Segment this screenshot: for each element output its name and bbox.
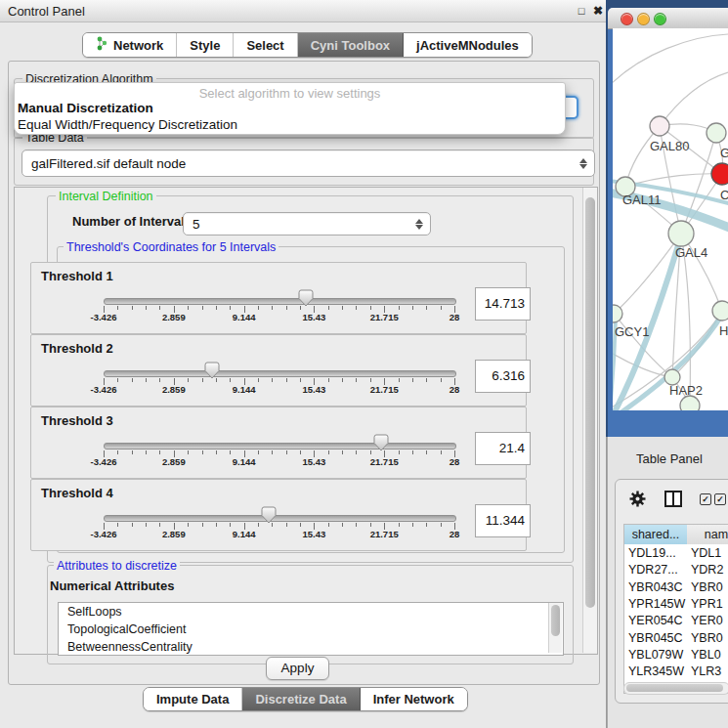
slider-tick	[300, 378, 301, 382]
slider-tick-label: 2.859	[162, 456, 186, 467]
table-cell[interactable]: YDR27...	[628, 563, 686, 577]
thresholds-group-label: Threshold's Coordinates for 5 Intervals	[64, 240, 278, 254]
table-cell[interactable]: YBR0	[691, 631, 728, 645]
slider-thumb[interactable]	[373, 434, 389, 451]
slider-tick	[216, 306, 217, 310]
slider-tick	[328, 306, 329, 310]
tab-network[interactable]: Network	[83, 33, 177, 57]
table-cell[interactable]: YLR345W	[628, 664, 686, 678]
slider-thumb[interactable]	[261, 506, 277, 524]
slider-tick	[328, 378, 329, 382]
bottom-tab-impute-data[interactable]: Impute Data	[144, 688, 242, 710]
table-cell[interactable]: YBR0	[691, 580, 728, 594]
slider-tick	[399, 450, 400, 454]
close-icon[interactable]: ✖	[591, 4, 605, 18]
threshold-value-field[interactable]: 21.4	[475, 432, 531, 465]
slider-tick	[286, 306, 287, 310]
slider-tick	[202, 306, 203, 310]
slider-tick	[117, 523, 118, 527]
node-label-gal11: GAL11	[622, 193, 662, 207]
slider-thumb[interactable]	[204, 362, 220, 379]
threshold-panel: Threshold 4-3.4262.8599.14415.4321.71528…	[30, 479, 527, 551]
slider-tick	[132, 378, 133, 382]
slider-tick-label: 21.715	[370, 312, 399, 322]
number-of-intervals-combobox[interactable]: 5	[183, 212, 431, 236]
slider-tick-label: 9.144	[233, 384, 256, 395]
apply-button[interactable]: Apply	[266, 657, 329, 680]
network-canvas[interactable]: GAL80GACGAL11GAL4GCY1HHAP2	[613, 28, 728, 410]
numerical-attributes-list[interactable]: SelfLoopsTopologicalCoefficientBetweenne…	[58, 602, 564, 656]
table-cell[interactable]: YBR043C	[628, 580, 686, 594]
slider-tick	[258, 450, 259, 454]
attribute-list-item[interactable]: BetweennessCentrality	[59, 638, 563, 656]
table-cell[interactable]: YER054C	[628, 614, 686, 627]
table-cell[interactable]: YPR1	[691, 597, 728, 611]
float-icon[interactable]: □	[575, 4, 588, 18]
table-cell[interactable]: YPR145W	[628, 597, 686, 611]
attribute-list-item[interactable]: SelfLoops	[59, 603, 563, 621]
table-horizontal-scrollbar[interactable]	[623, 682, 728, 695]
node-label-ga: GA	[720, 146, 728, 160]
slider-tick	[342, 523, 343, 527]
app-root: Control Panel □ ✖ NetworkStyleSelectCyni…	[0, 0, 728, 728]
dropdown-option[interactable]: Equal Width/Frequency Discretization	[17, 117, 561, 132]
minimize-traffic-light-icon[interactable]	[637, 13, 650, 25]
table-cell[interactable]: YDR2	[691, 563, 728, 577]
gear-icon[interactable]	[629, 491, 646, 507]
slider-tick	[370, 306, 371, 310]
combo-stepper-icon	[415, 219, 423, 230]
slider-tick	[412, 523, 413, 527]
bottom-tab-infer-network[interactable]: Infer Network	[361, 688, 467, 710]
slider-tick-label: -3.426	[91, 384, 117, 395]
table-cell[interactable]: YBL0	[691, 648, 728, 662]
table-cell[interactable]: YDL19...	[628, 546, 686, 560]
slider-track[interactable]	[104, 443, 456, 450]
close-traffic-light-icon[interactable]	[621, 13, 633, 25]
table-cell[interactable]: YBL079W	[628, 648, 686, 662]
slider-tick-label: 28	[450, 456, 460, 467]
attribute-list-item[interactable]: TopologicalCoefficient	[59, 621, 563, 638]
node-label-hap2: HAP2	[669, 383, 703, 398]
tab-style[interactable]: Style	[177, 33, 234, 57]
zoom-traffic-light-icon[interactable]	[654, 13, 666, 25]
table-cell[interactable]: YLR3	[691, 664, 728, 678]
slider-tick-label: 2.859	[162, 529, 186, 539]
slider-tick	[202, 450, 203, 454]
control-panel-titlebar: Control Panel □ ✖	[0, 0, 606, 22]
network-window-titlebar	[608, 8, 728, 29]
slider-tick	[258, 306, 259, 310]
tab-select[interactable]: Select	[234, 33, 297, 57]
slider-tick	[146, 450, 147, 454]
slider-thumb[interactable]	[298, 289, 314, 307]
threshold-value-field[interactable]: 6.316	[475, 360, 531, 393]
checkbox-icon[interactable]: ✓	[700, 493, 711, 505]
table-data-combobox[interactable]: galFiltered.sif default node	[21, 150, 595, 177]
dropdown-option[interactable]: Manual Discretization	[17, 101, 561, 115]
bottom-tab-discretize-data[interactable]: Discretize Data	[242, 688, 360, 710]
slider-tick	[159, 523, 160, 527]
slider-tick	[258, 378, 259, 382]
column-header[interactable]: shared...	[624, 525, 688, 544]
control-panel-tabbar: NetworkStyleSelectCyni ToolboxjActiveMNo…	[82, 32, 533, 58]
tab-jactivemnodules[interactable]: jActiveMNodules	[404, 33, 532, 57]
node-table[interactable]: shared...nam YDL19...YDL1YDR27...YDR2YBR…	[623, 524, 728, 694]
threshold-value-field[interactable]: 11.344	[475, 504, 531, 537]
slider-track[interactable]	[104, 298, 456, 305]
threshold-value-field[interactable]: 14.713	[475, 287, 531, 321]
slider-tick	[117, 306, 118, 310]
settings-vertical-scrollbar[interactable]	[582, 188, 597, 653]
table-cell[interactable]: YBR045C	[628, 631, 686, 645]
slider-tick	[441, 378, 442, 382]
column-header[interactable]: nam	[687, 525, 728, 544]
checkbox-icon[interactable]: ✓	[714, 493, 726, 505]
slider-tick	[216, 523, 217, 527]
slider-track[interactable]	[104, 370, 456, 377]
table-cell[interactable]: YER0	[691, 614, 728, 627]
attributes-list-scrollbar[interactable]	[548, 603, 562, 653]
slider-track[interactable]	[104, 515, 456, 522]
slider-tick	[216, 450, 217, 454]
slider-tick	[300, 523, 301, 527]
table-cell[interactable]: YDL1	[691, 546, 728, 560]
columns-icon[interactable]	[664, 491, 682, 507]
tab-cyni-toolbox[interactable]: Cyni Toolbox	[298, 33, 404, 57]
